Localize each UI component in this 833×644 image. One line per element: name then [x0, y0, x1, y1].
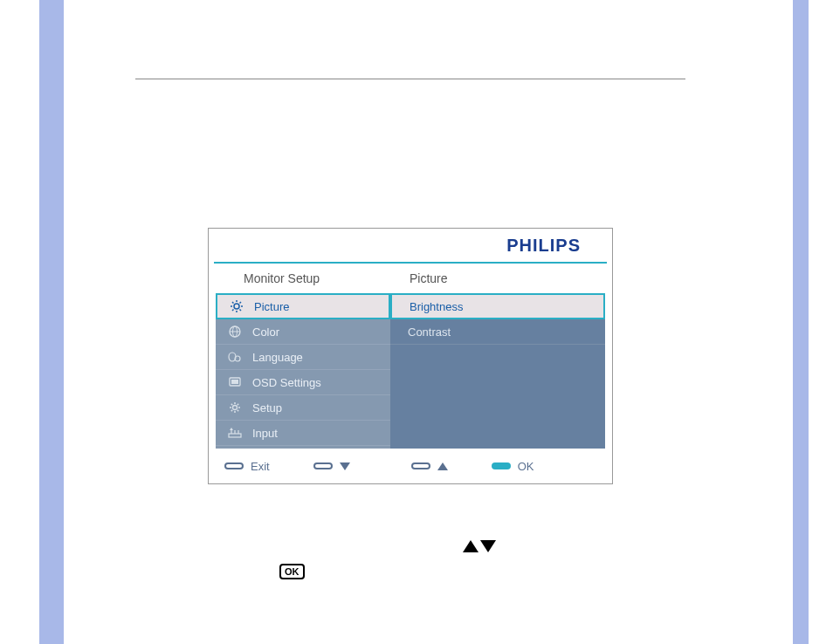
osd-body: Picture Color Language OSD Settings: [216, 293, 605, 449]
menu-item-osd-settings[interactable]: OSD Settings: [216, 370, 390, 395]
brand-logo: PHILIPS: [506, 236, 581, 256]
triangle-down-icon: [480, 540, 496, 552]
triangle-up-icon: [437, 462, 448, 470]
osd-panel: PHILIPS Monitor Setup Picture Picture Co…: [208, 228, 613, 484]
osd-footer: Exit OK: [209, 449, 612, 483]
svg-marker-29: [230, 428, 233, 430]
osd-header: PHILIPS: [214, 229, 607, 264]
globe-icon: [228, 325, 242, 339]
menu-item-input[interactable]: Input: [216, 421, 390, 446]
decorative-left-bar: [39, 0, 64, 644]
title-left: Monitor Setup: [209, 271, 392, 285]
exit-label: Exit: [251, 460, 270, 473]
svg-line-21: [231, 404, 232, 405]
input-icon: [228, 426, 242, 440]
menu-label: Language: [252, 351, 303, 364]
menu-label: Input: [252, 427, 278, 440]
menu-label: Color: [252, 325, 279, 339]
pill-icon: [224, 462, 244, 469]
menu-right: Brightness Contrast: [390, 293, 605, 449]
pill-filled-icon: [492, 462, 511, 469]
triangle-up-icon: [463, 540, 478, 552]
sun-icon: [230, 299, 244, 313]
svg-point-16: [233, 406, 238, 410]
svg-line-23: [231, 410, 232, 411]
menu-label: OSD Settings: [252, 376, 321, 389]
osd-titles: Monitor Setup Picture: [209, 264, 612, 293]
ok-box-icon: OK: [279, 564, 305, 579]
menu-item-color[interactable]: Color: [216, 319, 390, 345]
svg-line-8: [240, 302, 242, 304]
svg-rect-25: [229, 434, 241, 437]
ok-instruction: OK: [279, 564, 305, 579]
svg-line-22: [238, 410, 238, 411]
ok-label: OK: [518, 460, 534, 473]
menu-left: Picture Color Language OSD Settings: [216, 293, 390, 449]
triangle-down-icon: [340, 462, 350, 470]
submenu-item-brightness[interactable]: Brightness: [390, 293, 605, 319]
decorative-right-bar: [793, 0, 809, 644]
language-icon: [228, 350, 242, 364]
exit-button[interactable]: Exit: [224, 460, 270, 473]
pill-icon: [313, 462, 333, 469]
menu-item-setup[interactable]: Setup: [216, 395, 390, 421]
horizontal-rule: [135, 79, 685, 79]
svg-line-7: [232, 310, 234, 312]
pill-icon: [411, 462, 430, 469]
arrow-pair-instruction: [463, 540, 496, 552]
menu-label: Picture: [254, 300, 289, 313]
ok-button[interactable]: OK: [492, 460, 534, 473]
svg-line-6: [240, 310, 242, 312]
gear-icon: [228, 401, 242, 414]
screen-icon: [228, 375, 242, 389]
svg-point-0: [234, 304, 239, 309]
up-button[interactable]: [411, 462, 448, 470]
svg-rect-15: [231, 380, 238, 384]
menu-item-language[interactable]: Language: [216, 345, 390, 370]
submenu-label: Contrast: [408, 325, 451, 339]
svg-line-5: [232, 302, 234, 304]
title-right: Picture: [392, 271, 448, 285]
menu-label: Setup: [252, 401, 282, 414]
down-button[interactable]: [313, 462, 350, 470]
submenu-item-contrast[interactable]: Contrast: [390, 319, 605, 345]
menu-item-picture[interactable]: Picture: [216, 293, 390, 319]
submenu-label: Brightness: [410, 300, 463, 313]
svg-line-24: [238, 404, 238, 405]
